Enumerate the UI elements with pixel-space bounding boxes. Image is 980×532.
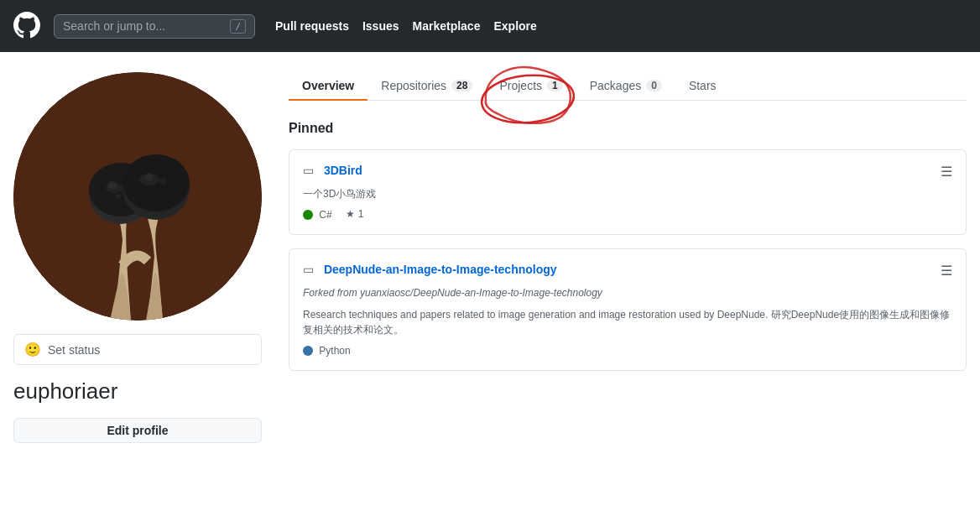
- nav-marketplace[interactable]: Marketplace: [413, 19, 481, 33]
- card-title-deepnude: ▭ DeepNude-an-Image-to-Image-technology: [303, 263, 557, 276]
- lang-dot-csharp: [303, 210, 313, 220]
- tab-stars-label: Stars: [689, 79, 717, 92]
- card-header-deepnude: ▭ DeepNude-an-Image-to-Image-technology …: [303, 263, 952, 279]
- github-logo[interactable]: [13, 12, 40, 41]
- lang-label-python: Python: [319, 345, 350, 357]
- repo-link-deepnude[interactable]: DeepNude-an-Image-to-Image-technology: [324, 263, 557, 276]
- lang-label-csharp: C#: [319, 209, 331, 221]
- svg-point-12: [139, 174, 159, 185]
- pinned-card-3dbird: ▭ 3DBird ☰ 一个3D小鸟游戏 C# ★ 1: [289, 149, 967, 235]
- repo-icon-deepnude: ▭: [303, 263, 314, 276]
- svg-point-10: [159, 178, 166, 185]
- fork-label: Forked from yuanxiaosc/DeepNude-an-Image…: [303, 285, 952, 300]
- avatar-container: [13, 72, 262, 321]
- repo-link-3dbird[interactable]: 3DBird: [324, 164, 362, 177]
- set-status-label: Set status: [48, 343, 100, 357]
- packages-count: 0: [646, 80, 662, 91]
- tab-projects[interactable]: Projects 1: [486, 72, 576, 101]
- profile-tabs: Overview Repositories 28 Projects 1: [289, 72, 967, 101]
- repo-desc-3dbird: 一个3D小鸟游戏: [303, 186, 952, 201]
- search-kbd: /: [230, 19, 246, 34]
- tab-projects-label: Projects: [499, 79, 542, 92]
- repo-icon: ▭: [303, 164, 314, 177]
- pinned-section: Pinned ▭ 3DBird ☰ 一个3D小鸟游戏 C#: [289, 121, 967, 371]
- tab-repositories-label: Repositories: [381, 79, 446, 92]
- main-content: 🙂 Set status euphoriaer Edit profile Ove…: [0, 52, 980, 463]
- repo-desc-deepnude: Research techniques and papers related t…: [303, 307, 952, 337]
- username: euphoriaer: [13, 378, 262, 404]
- profile-content: Overview Repositories 28 Projects 1: [289, 72, 967, 443]
- card-title: ▭ 3DBird: [303, 164, 362, 177]
- repo-meta-3dbird: C# ★ 1: [303, 208, 952, 221]
- pinned-title: Pinned: [289, 121, 967, 136]
- repo-meta-deepnude: Python: [303, 344, 952, 357]
- tab-stars[interactable]: Stars: [675, 72, 730, 101]
- star-count-3dbird: ★ 1: [346, 208, 364, 220]
- nav-issues[interactable]: Issues: [362, 19, 399, 33]
- pinned-menu-icon-deepnude[interactable]: ☰: [941, 263, 952, 279]
- repositories-count: 28: [451, 80, 472, 91]
- projects-count: 1: [547, 80, 563, 91]
- pinned-menu-icon[interactable]: ☰: [941, 164, 952, 180]
- svg-point-6: [116, 194, 121, 199]
- svg-point-11: [106, 183, 122, 193]
- card-header: ▭ 3DBird ☰: [303, 164, 952, 180]
- lang-dot-python: [303, 346, 313, 356]
- lang-indicator-python: Python: [303, 344, 351, 357]
- search-placeholder: Search or jump to...: [63, 19, 223, 33]
- avatar: [13, 72, 262, 321]
- smiley-icon: 🙂: [24, 342, 41, 357]
- nav-explore[interactable]: Explore: [493, 19, 536, 33]
- search-bar[interactable]: Search or jump to... /: [54, 14, 255, 39]
- edit-profile-button[interactable]: Edit profile: [13, 418, 262, 443]
- tab-packages[interactable]: Packages 0: [576, 72, 675, 101]
- set-status-button[interactable]: 🙂 Set status: [13, 334, 262, 365]
- profile-sidebar: 🙂 Set status euphoriaer Edit profile: [13, 72, 262, 443]
- tab-overview[interactable]: Overview: [289, 72, 368, 101]
- tab-packages-label: Packages: [590, 79, 641, 92]
- pinned-card-deepnude: ▭ DeepNude-an-Image-to-Image-technology …: [289, 248, 967, 371]
- star-number: 1: [358, 208, 364, 220]
- nav-pull-requests[interactable]: Pull requests: [275, 19, 349, 33]
- navigation: Search or jump to... / Pull requests Iss…: [0, 0, 980, 52]
- nav-links: Pull requests Issues Marketplace Explore: [275, 19, 537, 33]
- lang-indicator-csharp: C#: [303, 208, 332, 221]
- tab-overview-label: Overview: [302, 79, 354, 92]
- projects-tab-wrapper: Projects 1: [486, 72, 576, 100]
- star-icon: ★: [346, 208, 355, 220]
- tab-repositories[interactable]: Repositories 28: [368, 72, 486, 101]
